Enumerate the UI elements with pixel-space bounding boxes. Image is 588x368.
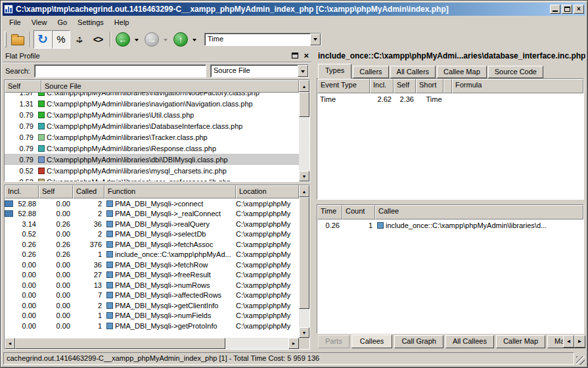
event-type-dropdown-button[interactable] <box>310 34 321 45</box>
menu-view[interactable]: View <box>26 17 53 28</box>
event-type-row[interactable]: Time 2.62 2.36 Time <box>317 93 583 105</box>
column-header-incl[interactable]: Incl. <box>5 185 39 198</box>
up-dropdown[interactable] <box>192 39 196 43</box>
column-header-incl[interactable]: Incl. <box>370 79 394 93</box>
bottom-tab[interactable]: Caller Map <box>496 335 545 348</box>
callee-row[interactable]: 0.26 1 include_once::C:\xampp\phpMyAdmin… <box>317 219 583 231</box>
function-row[interactable]: 3.14 0.26 36 PMA_DBI_Mysqli->realQuery C… <box>5 219 299 229</box>
function-row[interactable]: 52.88 0.00 2 PMA_DBI_Mysqli->connect C:\… <box>5 198 299 209</box>
menu-file[interactable]: File <box>4 17 26 28</box>
scroll-down-button[interactable]: ▼ <box>299 171 309 181</box>
detail-tab[interactable]: Types <box>318 64 351 79</box>
scroll-track[interactable] <box>299 92 309 171</box>
menu-settings[interactable]: Settings <box>72 17 109 28</box>
column-header-self[interactable]: Self <box>39 185 73 198</box>
source-file-row[interactable]: 0.79 C:\xampp\phpMyAdmin\libraries\Track… <box>5 131 299 143</box>
percent-toggle-button[interactable]: % <box>52 30 70 49</box>
back-icon: ← <box>116 32 130 47</box>
column-header-count[interactable]: Count <box>342 205 375 219</box>
column-header-called[interactable]: Called <box>73 185 104 198</box>
function-row[interactable]: 0.26 0.26 376 PMA_DBI_Mysqli->fetchAssoc… <box>5 239 299 250</box>
source-file-row[interactable]: 0.79 C:\xampp\phpMyAdmin\libraries\Datab… <box>5 120 299 131</box>
column-header-short[interactable]: Short <box>416 79 443 93</box>
source-file-scrollbar[interactable]: ▲ ▼ <box>299 80 309 181</box>
scroll-left-button[interactable]: ◄ <box>5 338 15 349</box>
function-row[interactable]: 0.00 0.00 27 PMA_DBI_Mysqli->freeResult … <box>5 270 299 281</box>
title-bar[interactable]: C:\xampp\tmp\cachegrind.out.1416463299-C… <box>3 3 585 16</box>
source-file-row[interactable]: 0.52 C:\xampp\phpMyAdmin\libraries\user_… <box>5 176 299 181</box>
menu-help[interactable]: Help <box>109 17 135 28</box>
function-row[interactable]: 0.00 0.00 36 PMA_DBI_Mysqli->fetchRow C:… <box>5 260 299 270</box>
detail-tab[interactable]: All Callers <box>390 66 436 78</box>
detail-tab[interactable]: Source Code <box>488 66 543 78</box>
function-row[interactable]: 0.00 0.00 2 PMA_DBI_Mysqli->getClientInf… <box>5 300 299 311</box>
bottom-tab[interactable]: All Callees <box>445 335 494 348</box>
back-dropdown[interactable] <box>135 39 139 43</box>
scroll-up-button[interactable]: ▲ <box>299 185 309 197</box>
function-row[interactable]: 0.52 0.00 2 PMA_DBI_Mysqli->selectDb C:\… <box>5 229 299 240</box>
column-header-callee[interactable]: Callee <box>375 205 583 219</box>
column-header-event-type[interactable]: Event Type <box>317 79 370 93</box>
scroll-thumb[interactable] <box>15 338 225 349</box>
source-file-row[interactable]: 0.79 C:\xampp\phpMyAdmin\libraries\Util.… <box>5 109 299 120</box>
source-file-row[interactable]: 0.52 C:\xampp\phpMyAdmin\libraries\mysql… <box>5 165 299 176</box>
function-row[interactable]: 0.00 0.00 13 PMA_DBI_Mysqli->numRows C:\… <box>5 280 299 290</box>
horizontal-splitter[interactable] <box>315 200 585 204</box>
function-row[interactable]: 0.26 0.26 1 include_once::C:\xampp\phpMy… <box>5 250 299 260</box>
column-header-function[interactable]: Function <box>104 185 236 198</box>
function-table-scrollbar[interactable]: ▲ ▼ <box>299 185 309 338</box>
detail-tab[interactable]: Callee Map <box>437 66 487 78</box>
minimize-button[interactable] <box>550 5 560 14</box>
column-header-time[interactable]: Time <box>317 205 342 219</box>
column-header-self[interactable]: Self <box>394 79 416 93</box>
tab-scroll-left-button[interactable]: ◄ <box>563 335 574 348</box>
event-type-selector[interactable]: Time <box>204 33 321 46</box>
bottom-tab[interactable]: Callees <box>351 334 393 348</box>
column-header-self[interactable]: Self <box>5 80 41 93</box>
function-row[interactable]: 0.00 0.00 1 PMA_DBI_Mysqli->numFields C:… <box>5 311 299 321</box>
scroll-thumb[interactable] <box>299 197 309 309</box>
grouping-dropdown-button[interactable] <box>298 65 308 77</box>
detail-tab[interactable]: Callers <box>353 66 388 78</box>
resize-grip[interactable] <box>576 356 585 365</box>
cycle-detection-button[interactable]: ↻ <box>34 30 52 49</box>
bottom-tab[interactable]: Call Graph <box>394 335 443 348</box>
scroll-up-button[interactable]: ▲ <box>299 80 309 92</box>
maximize-button[interactable] <box>562 5 572 14</box>
grouping-selector[interactable]: Source File <box>210 64 309 78</box>
self-cost-cell: 0.00 <box>39 322 73 330</box>
dock-float-button[interactable] <box>292 53 298 58</box>
dock-title-bar[interactable]: Flat Profile × <box>3 49 311 62</box>
column-header-formula[interactable]: Formula <box>452 79 583 93</box>
bottom-tab[interactable]: Parts <box>318 335 350 348</box>
function-table-hscrollbar[interactable]: ◄ ► <box>5 338 309 349</box>
source-file-row[interactable]: 1.57 C:\xampp\phpMyAdmin\libraries\navig… <box>5 93 299 98</box>
scroll-track[interactable] <box>299 197 309 327</box>
incl-cost-cell: 0.00 <box>5 271 39 279</box>
scroll-thumb[interactable] <box>299 92 309 117</box>
scroll-right-button[interactable]: ► <box>288 338 299 349</box>
function-row[interactable]: 52.88 0.00 2 PMA_DBI_Mysqli->_realConnec… <box>5 209 299 219</box>
column-header-source-file[interactable]: Source File <box>41 80 299 93</box>
function-row[interactable]: 0.00 0.00 7 PMA_DBI_Mysqli->affectedRows… <box>5 290 299 301</box>
dock-close-button[interactable]: × <box>304 51 309 60</box>
menu-go[interactable]: Go <box>52 17 72 28</box>
source-file-row[interactable]: 0.79 C:\xampp\phpMyAdmin\libraries\Respo… <box>5 143 299 154</box>
expand-cost-button[interactable]: ↔ ↕ <box>70 30 89 49</box>
back-button[interactable]: ← <box>114 30 132 49</box>
scroll-track[interactable] <box>15 338 288 349</box>
up-button[interactable]: ↑ <box>171 30 190 49</box>
source-file-row[interactable]: 1.31 C:\xampp\phpMyAdmin\libraries\navig… <box>5 98 299 109</box>
toolbar-grip[interactable] <box>5 32 7 47</box>
column-header-location[interactable]: Location <box>236 185 299 198</box>
open-file-button[interactable] <box>9 30 27 49</box>
function-name-cell: PMA_DBI_Mysqli->fetchRow <box>104 261 236 269</box>
scroll-down-button[interactable]: ▼ <box>299 327 309 338</box>
function-row[interactable]: 0.00 0.00 1 PMA_DBI_Mysqli->getProtoInfo… <box>5 321 299 331</box>
search-input[interactable] <box>34 64 206 78</box>
source-file-row[interactable]: 0.79 C:\xampp\phpMyAdmin\libraries\dbi\D… <box>5 154 299 165</box>
tab-scroll-right-button[interactable]: ► <box>574 335 585 348</box>
relative-cost-button[interactable]: <> <box>89 30 107 49</box>
called-count-cell: 13 <box>73 281 104 289</box>
close-button[interactable]: × <box>574 5 584 14</box>
